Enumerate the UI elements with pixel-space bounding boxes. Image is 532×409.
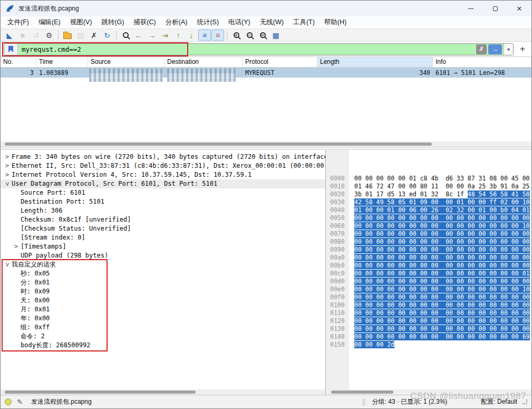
detail-row-14[interactable]: 分: 0x01 [1, 278, 325, 287]
hex-row-0090[interactable]: 009000 00 00 00 00 00 00 00 00 00 00 00 … [326, 246, 531, 254]
hex-row-0020[interactable]: 00203b 01 17 d5 13 ed 01 32 8c 1f 48 54 … [326, 191, 531, 198]
go-back-icon[interactable]: ← [132, 30, 145, 41]
scrollbar-thumb[interactable] [5, 142, 432, 146]
detail-row-18[interactable]: 年: 0x00 [1, 314, 325, 323]
hex-row-00c0[interactable]: 00c000 00 00 00 00 00 00 00 00 00 00 00 … [326, 270, 531, 278]
collapse-arrow-icon[interactable]: > [3, 179, 12, 188]
go-to-packet-icon[interactable]: ⇥ [159, 30, 171, 41]
hex-bytes[interactable]: 00 00 00 00 00 00 00 00 00 00 00 00 00 0… [354, 222, 530, 230]
hex-bytes[interactable]: 00 00 00 00 00 00 00 00 00 00 00 00 00 0… [354, 278, 530, 285]
expand-arrow-icon[interactable]: > [3, 170, 12, 179]
expand-arrow-icon[interactable]: > [3, 161, 12, 170]
hex-bytes[interactable]: 00 00 00 00 00 00 00 00 00 00 00 00 00 0… [354, 270, 530, 277]
hex-row-0010[interactable]: 001001 46 72 47 00 00 80 11 00 00 0a 25 … [326, 183, 531, 191]
detail-row-17[interactable]: 月: 0x01 [1, 305, 325, 314]
hex-row-0070[interactable]: 007000 00 00 00 00 00 00 00 00 00 00 00 … [326, 230, 531, 238]
detail-row-4[interactable]: Source Port: 6101 [1, 188, 325, 197]
detail-row-6[interactable]: Length: 306 [1, 206, 325, 215]
hex-row-0140[interactable]: 014000 00 00 00 00 00 00 00 00 00 00 00 … [326, 333, 531, 341]
hex-bytes[interactable]: 00 00 00 00 00 00 00 00 00 00 00 00 00 0… [354, 286, 530, 293]
column-header-length[interactable]: Length [317, 57, 433, 67]
hex-bytes[interactable]: 00 00 00 00 00 00 00 00 00 00 00 00 00 0… [354, 309, 530, 317]
menu-item-t[interactable]: 工具(T) [288, 16, 320, 28]
menu-item-s[interactable]: 统计(S) [192, 16, 224, 28]
hex-bytes[interactable]: 00 00 00 00 00 00 00 00 00 00 00 00 00 0… [354, 333, 530, 340]
find-packet-icon[interactable] [119, 30, 132, 41]
capture-options-icon[interactable]: ⚙ [43, 30, 55, 41]
detail-row-21[interactable]: body长度: 268500992 [1, 341, 325, 350]
menu-item-y[interactable]: 电话(Y) [224, 16, 255, 28]
maximize-button[interactable] [483, 1, 507, 16]
expert-info-icon[interactable] [5, 398, 12, 405]
hex-bytes[interactable]: 00 00 00 00 00 00 00 00 00 00 00 00 00 0… [354, 293, 530, 301]
hex-row-0060[interactable]: 006000 00 00 00 00 00 00 00 00 00 00 00 … [326, 222, 531, 230]
detail-row-2[interactable]: >Internet Protocol Version 4, Src: 10.37… [1, 170, 325, 179]
detail-row-3[interactable]: >User Datagram Protocol, Src Port: 6101,… [1, 179, 325, 188]
hex-bytes[interactable]: 3b 01 17 d5 13 ed 01 32 8c 1f 48 54 56 5… [354, 191, 530, 198]
column-header-no[interactable]: No. [1, 57, 36, 67]
details-hscrollbar[interactable] [1, 389, 325, 395]
go-forward-icon[interactable]: → [146, 30, 158, 41]
hex-hscrollbar[interactable] [326, 389, 531, 395]
column-header-info[interactable]: Info [433, 57, 531, 67]
detail-row-20[interactable]: 命令: 2 [1, 332, 325, 341]
filter-bookmark-button[interactable] [4, 44, 18, 55]
open-file-icon[interactable] [61, 30, 74, 41]
filter-apply-button[interactable]: → [488, 44, 502, 54]
save-file-icon[interactable]: ▤ [74, 30, 87, 41]
collapse-arrow-icon[interactable]: > [3, 260, 12, 269]
detail-row-10[interactable]: >[Timestamps] [1, 242, 325, 251]
start-capture-icon[interactable]: ◣ [3, 30, 16, 41]
hex-bytes[interactable]: 00 00 00 00 00 00 00 00 00 00 00 00 00 0… [354, 230, 530, 237]
go-first-packet-icon[interactable]: ↑ [172, 30, 185, 41]
status-profile[interactable]: 配置: Default [481, 397, 517, 406]
zoom-in-icon[interactable]: + [230, 30, 243, 41]
hex-row-00b0[interactable]: 00b000 00 00 00 00 00 00 00 00 00 00 00 … [326, 262, 531, 270]
hex-row-00a0[interactable]: 00a000 00 00 00 00 00 00 00 00 00 00 00 … [326, 254, 531, 262]
column-header-protocol[interactable]: Protocol [243, 57, 317, 67]
menu-item-g[interactable]: 跳转(G) [96, 16, 129, 28]
hex-row-00e0[interactable]: 00e000 00 00 00 00 00 00 00 00 00 00 00 … [326, 286, 531, 293]
filter-clear-button[interactable]: ✗ [476, 44, 487, 54]
detail-row-1[interactable]: >Ethernet II, Src: Dell_33:87:31 (c8:4b:… [1, 161, 325, 170]
hex-bytes[interactable]: 01 00 00 01 00 06 00 26 02 32 00 01 00 b… [354, 206, 530, 214]
restart-capture-icon[interactable]: ↺ [30, 30, 42, 41]
menu-item-w[interactable]: 无线(W) [255, 16, 288, 28]
zoom-out-icon[interactable]: − [243, 30, 256, 41]
resize-grip[interactable] [523, 400, 527, 404]
detail-row-7[interactable]: Checksum: 0x8c1f [unverified] [1, 215, 325, 224]
hex-row-0080[interactable]: 008000 00 00 00 00 00 00 00 00 00 00 00 … [326, 238, 531, 246]
column-header-time[interactable]: Time [36, 57, 88, 67]
add-filter-button[interactable]: + [517, 43, 528, 55]
hex-bytes[interactable]: 00 00 00 00 00 01 c8 4b d6 33 87 31 08 0… [354, 175, 530, 182]
hex-bytes[interactable]: 01 46 72 47 00 00 80 11 00 00 0a 25 3b 9… [354, 183, 530, 190]
hex-bytes[interactable]: 00 00 00 00 00 00 00 00 00 00 00 00 00 0… [354, 246, 530, 253]
detail-row-13[interactable]: 秒: 0x05 [1, 269, 325, 278]
filter-history-dropdown[interactable]: ▾ [504, 44, 513, 55]
column-header-destination[interactable]: Destination [165, 57, 243, 67]
scrollbar-thumb[interactable] [5, 391, 196, 394]
menu-item-c[interactable]: 捕获(C) [129, 16, 160, 28]
reload-file-icon[interactable]: ↻ [101, 30, 113, 41]
auto-scroll-icon[interactable]: ≡ [198, 30, 211, 41]
menu-item-v[interactable]: 视图(V) [65, 16, 97, 28]
hex-bytes[interactable]: 42 58 49 58 05 01 09 00 00 01 00 00 ff 0… [354, 198, 530, 206]
detail-row-9[interactable]: [Stream index: 0] [1, 233, 325, 242]
hex-bytes[interactable]: 00 00 00 00 00 00 00 00 00 00 00 00 00 0… [354, 317, 530, 325]
hex-row-0130[interactable]: 013000 00 00 00 00 00 00 00 00 00 00 00 … [326, 325, 531, 333]
hex-bytes[interactable]: 00 00 00 00 00 00 00 00 00 00 00 00 00 0… [354, 262, 530, 269]
display-filter-input[interactable]: myrequst.cmd==2 ✗ → ▾ [4, 43, 514, 55]
detail-row-11[interactable]: UDP payload (298 bytes) [1, 251, 325, 260]
stop-capture-icon[interactable]: ■ [16, 30, 29, 41]
resize-columns-icon[interactable]: ▦ [269, 30, 282, 41]
minimize-button[interactable] [459, 1, 483, 16]
expand-arrow-icon[interactable]: > [12, 242, 21, 251]
hex-row-0000[interactable]: 000000 00 00 00 00 01 c8 4b d6 33 87 31 … [326, 175, 531, 183]
menu-item-e[interactable]: 编辑(E) [34, 16, 65, 28]
detail-row-19[interactable]: 组: 0xff [1, 323, 325, 332]
hex-row-0150[interactable]: 015000 00 00 2d [326, 341, 531, 349]
hex-bytes[interactable]: 00 00 00 00 00 00 00 00 00 00 00 00 00 0… [354, 301, 530, 309]
hex-bytes[interactable]: 00 00 00 2d [354, 341, 394, 348]
hex-row-0100[interactable]: 010000 00 00 00 00 00 00 00 00 00 00 00 … [326, 301, 531, 309]
hex-row-0120[interactable]: 012000 00 00 00 00 00 00 00 00 00 00 00 … [326, 317, 531, 325]
